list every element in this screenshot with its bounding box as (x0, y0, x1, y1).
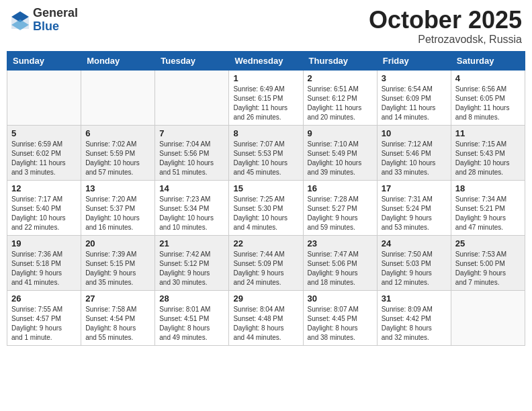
calendar-cell (451, 290, 525, 345)
weekday-header: Saturday (451, 51, 525, 70)
day-info: Sunrise: 7:47 AM Sunset: 5:06 PM Dayligh… (308, 250, 373, 287)
calendar-cell: 9Sunrise: 7:10 AM Sunset: 5:49 PM Daylig… (303, 125, 377, 180)
calendar-cell: 8Sunrise: 7:07 AM Sunset: 5:53 PM Daylig… (229, 125, 303, 180)
day-info: Sunrise: 8:01 AM Sunset: 4:51 PM Dayligh… (159, 305, 224, 342)
day-number: 12 (11, 183, 77, 193)
day-number: 23 (308, 238, 373, 248)
day-number: 7 (159, 128, 224, 138)
logo-general: General (33, 7, 78, 20)
calendar-cell: 21Sunrise: 7:42 AM Sunset: 5:12 PM Dayli… (155, 235, 229, 290)
calendar-cell: 28Sunrise: 8:01 AM Sunset: 4:51 PM Dayli… (155, 290, 229, 345)
calendar-cell: 12Sunrise: 7:17 AM Sunset: 5:40 PM Dayli… (7, 180, 81, 235)
calendar-cell: 24Sunrise: 7:50 AM Sunset: 5:03 PM Dayli… (377, 235, 451, 290)
calendar-cell: 20Sunrise: 7:39 AM Sunset: 5:15 PM Dayli… (81, 235, 155, 290)
day-info: Sunrise: 6:51 AM Sunset: 6:12 PM Dayligh… (308, 85, 373, 122)
day-number: 9 (308, 128, 373, 138)
weekday-header: Thursday (303, 51, 377, 70)
calendar-week-row: 12Sunrise: 7:17 AM Sunset: 5:40 PM Dayli… (7, 180, 525, 235)
day-info: Sunrise: 7:17 AM Sunset: 5:40 PM Dayligh… (11, 195, 77, 232)
calendar-week-row: 26Sunrise: 7:55 AM Sunset: 4:57 PM Dayli… (7, 290, 525, 345)
day-info: Sunrise: 7:44 AM Sunset: 5:09 PM Dayligh… (233, 250, 298, 287)
calendar-cell: 22Sunrise: 7:44 AM Sunset: 5:09 PM Dayli… (229, 235, 303, 290)
calendar-week-row: 19Sunrise: 7:36 AM Sunset: 5:18 PM Dayli… (7, 235, 525, 290)
day-number: 15 (233, 183, 298, 193)
weekday-header: Friday (377, 51, 451, 70)
calendar-cell: 30Sunrise: 8:07 AM Sunset: 4:45 PM Dayli… (303, 290, 377, 345)
calendar-week-row: 1Sunrise: 6:49 AM Sunset: 6:15 PM Daylig… (7, 70, 525, 125)
day-info: Sunrise: 7:58 AM Sunset: 4:54 PM Dayligh… (85, 305, 150, 342)
day-number: 18 (455, 183, 521, 193)
day-number: 5 (11, 128, 77, 138)
weekday-row: SundayMondayTuesdayWednesdayThursdayFrid… (7, 51, 525, 70)
calendar-cell: 4Sunrise: 6:56 AM Sunset: 6:05 PM Daylig… (451, 70, 525, 125)
day-info: Sunrise: 6:56 AM Sunset: 6:05 PM Dayligh… (455, 85, 521, 122)
location: Petrozavodsk, Russia (369, 34, 522, 46)
day-number: 20 (85, 238, 150, 248)
day-info: Sunrise: 7:42 AM Sunset: 5:12 PM Dayligh… (159, 250, 224, 287)
calendar-cell: 15Sunrise: 7:25 AM Sunset: 5:30 PM Dayli… (229, 180, 303, 235)
calendar-cell: 5Sunrise: 6:59 AM Sunset: 6:02 PM Daylig… (7, 125, 81, 180)
calendar-cell: 2Sunrise: 6:51 AM Sunset: 6:12 PM Daylig… (303, 70, 377, 125)
calendar-cell: 31Sunrise: 8:09 AM Sunset: 4:42 PM Dayli… (377, 290, 451, 345)
page-header: General Blue October 2025 Petrozavodsk, … (7, 7, 525, 46)
day-number: 3 (382, 73, 447, 83)
calendar-header: SundayMondayTuesdayWednesdayThursdayFrid… (7, 51, 525, 70)
day-number: 13 (85, 183, 150, 193)
calendar-cell: 19Sunrise: 7:36 AM Sunset: 5:18 PM Dayli… (7, 235, 81, 290)
day-info: Sunrise: 7:20 AM Sunset: 5:37 PM Dayligh… (85, 195, 150, 232)
calendar-week-row: 5Sunrise: 6:59 AM Sunset: 6:02 PM Daylig… (7, 125, 525, 180)
day-info: Sunrise: 7:23 AM Sunset: 5:34 PM Dayligh… (159, 195, 224, 232)
day-info: Sunrise: 6:59 AM Sunset: 6:02 PM Dayligh… (11, 140, 77, 177)
title-block: October 2025 Petrozavodsk, Russia (369, 7, 522, 46)
day-info: Sunrise: 7:39 AM Sunset: 5:15 PM Dayligh… (85, 250, 150, 287)
weekday-header: Wednesday (229, 51, 303, 70)
calendar-cell: 13Sunrise: 7:20 AM Sunset: 5:37 PM Dayli… (81, 180, 155, 235)
calendar-cell: 3Sunrise: 6:54 AM Sunset: 6:09 PM Daylig… (377, 70, 451, 125)
day-number: 16 (308, 183, 373, 193)
day-info: Sunrise: 6:54 AM Sunset: 6:09 PM Dayligh… (382, 85, 447, 122)
logo-icon (10, 10, 30, 30)
calendar-cell (155, 70, 229, 125)
day-info: Sunrise: 7:02 AM Sunset: 5:59 PM Dayligh… (85, 140, 150, 177)
day-number: 31 (382, 293, 447, 304)
day-info: Sunrise: 7:31 AM Sunset: 5:24 PM Dayligh… (382, 195, 447, 232)
day-info: Sunrise: 8:09 AM Sunset: 4:42 PM Dayligh… (382, 305, 447, 342)
day-number: 21 (159, 238, 224, 248)
day-info: Sunrise: 8:07 AM Sunset: 4:45 PM Dayligh… (308, 305, 373, 342)
day-number: 11 (455, 128, 521, 138)
logo-blue: Blue (33, 20, 78, 34)
day-number: 25 (455, 238, 521, 248)
day-number: 17 (382, 183, 447, 193)
calendar-cell: 26Sunrise: 7:55 AM Sunset: 4:57 PM Dayli… (7, 290, 81, 345)
day-info: Sunrise: 7:15 AM Sunset: 5:43 PM Dayligh… (455, 140, 521, 177)
calendar-cell: 10Sunrise: 7:12 AM Sunset: 5:46 PM Dayli… (377, 125, 451, 180)
day-number: 2 (308, 73, 373, 83)
calendar-cell: 11Sunrise: 7:15 AM Sunset: 5:43 PM Dayli… (451, 125, 525, 180)
day-number: 24 (382, 238, 447, 248)
weekday-header: Sunday (7, 51, 81, 70)
calendar: SundayMondayTuesdayWednesdayThursdayFrid… (7, 51, 525, 346)
calendar-cell: 17Sunrise: 7:31 AM Sunset: 5:24 PM Dayli… (377, 180, 451, 235)
calendar-cell: 7Sunrise: 7:04 AM Sunset: 5:56 PM Daylig… (155, 125, 229, 180)
weekday-header: Monday (81, 51, 155, 70)
day-number: 8 (233, 128, 298, 138)
calendar-cell (81, 70, 155, 125)
day-number: 30 (308, 293, 373, 304)
calendar-cell: 27Sunrise: 7:58 AM Sunset: 4:54 PM Dayli… (81, 290, 155, 345)
day-number: 14 (159, 183, 224, 193)
calendar-cell: 25Sunrise: 7:53 AM Sunset: 5:00 PM Dayli… (451, 235, 525, 290)
day-info: Sunrise: 8:04 AM Sunset: 4:48 PM Dayligh… (233, 305, 298, 342)
day-number: 1 (233, 73, 298, 83)
day-number: 22 (233, 238, 298, 248)
day-info: Sunrise: 7:25 AM Sunset: 5:30 PM Dayligh… (233, 195, 298, 232)
calendar-body: 1Sunrise: 6:49 AM Sunset: 6:15 PM Daylig… (7, 70, 525, 345)
day-number: 26 (11, 293, 77, 304)
day-info: Sunrise: 7:50 AM Sunset: 5:03 PM Dayligh… (382, 250, 447, 287)
calendar-cell: 18Sunrise: 7:34 AM Sunset: 5:21 PM Dayli… (451, 180, 525, 235)
month-title: October 2025 (369, 7, 522, 34)
day-number: 6 (85, 128, 150, 138)
day-info: Sunrise: 7:07 AM Sunset: 5:53 PM Dayligh… (233, 140, 298, 177)
day-number: 28 (159, 293, 224, 304)
day-number: 29 (233, 293, 298, 304)
calendar-cell: 23Sunrise: 7:47 AM Sunset: 5:06 PM Dayli… (303, 235, 377, 290)
